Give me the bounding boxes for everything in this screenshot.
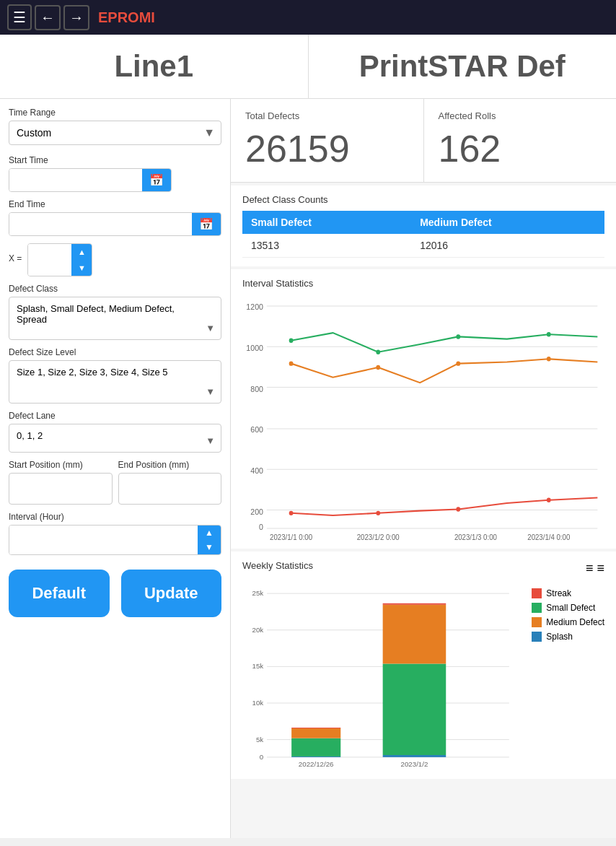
system-title: PrintSTAR Def <box>309 35 617 98</box>
svg-text:2023/1/2: 2023/1/2 <box>401 760 428 768</box>
defect-lane-field: Defect Lane 0, 1, 2 ▼ <box>9 411 221 453</box>
weekly-chart-svg: 25k 20k 15k 10k 5k 0 <box>242 583 523 770</box>
title-row: Line1 PrintSTAR Def <box>0 35 616 99</box>
interval-decrement-btn[interactable]: ▼ <box>198 540 221 554</box>
defect-lane-select[interactable]: 0, 1, 2 ▼ <box>9 424 221 453</box>
chevron-down-icon: ▼ <box>206 386 215 397</box>
svg-point-27 <box>376 511 380 515</box>
total-defects-value: 26159 <box>245 127 409 170</box>
interval-input[interactable]: 12 <box>9 526 198 554</box>
affected-rolls-value: 162 <box>439 127 602 170</box>
svg-point-24 <box>456 361 460 365</box>
legend-splash: Splash <box>532 632 604 642</box>
x-equals-row: X = 2 ▲ ▼ <box>9 243 221 276</box>
svg-rect-48 <box>383 605 446 664</box>
streak-label: Streak <box>546 588 571 598</box>
time-range-label: Time Range <box>9 108 221 118</box>
svg-rect-47 <box>383 663 446 755</box>
col-medium-defect: Medium Defect <box>411 211 604 234</box>
small-defect-label: Small Defect <box>546 603 595 613</box>
start-time-calendar-btn[interactable]: 📅 <box>142 169 171 191</box>
app-title: EPROMI <box>98 9 155 26</box>
x-spinner-buttons: ▲ ▼ <box>71 244 92 276</box>
start-pos-input[interactable] <box>9 473 113 505</box>
total-defects-label: Total Defects <box>245 110 409 121</box>
splash-color <box>532 632 542 642</box>
svg-point-22 <box>289 361 294 365</box>
svg-text:20k: 20k <box>252 626 264 634</box>
list-icon[interactable]: ≡ ≡ <box>586 561 604 576</box>
svg-point-26 <box>289 511 294 515</box>
defect-class-value: Splash, Small Defect, Medium Defect, Spr… <box>17 303 175 325</box>
line-title: Line1 <box>0 35 309 98</box>
svg-text:25k: 25k <box>252 589 264 597</box>
chevron-down-icon: ▼ <box>206 435 215 446</box>
stats-row: Total Defects 26159 Affected Rolls 162 <box>231 99 616 183</box>
col-small-defect: Small Defect <box>242 211 411 234</box>
defect-class-select[interactable]: Splash, Small Defect, Medium Defect, Spr… <box>9 297 221 340</box>
svg-point-19 <box>376 350 380 354</box>
svg-point-23 <box>376 365 380 370</box>
svg-text:600: 600 <box>250 425 263 435</box>
interval-increment-btn[interactable]: ▲ <box>198 526 221 540</box>
time-range-dropdown[interactable]: Custom <box>9 121 221 144</box>
weekly-stats-title: Weekly Statistics <box>242 560 313 571</box>
main-layout: Time Range Custom ▼ Start Time 2023-01-0… <box>0 99 616 838</box>
interval-stats-section: Interval Statistics 1200 1000 800 600 40… <box>231 269 616 549</box>
svg-text:800: 800 <box>250 384 263 393</box>
svg-point-28 <box>456 507 460 511</box>
weekly-bar-chart: 25k 20k 15k 10k 5k 0 <box>242 583 523 770</box>
end-time-calendar-btn[interactable]: 📅 <box>192 213 221 235</box>
default-button[interactable]: Default <box>9 570 110 617</box>
svg-text:10k: 10k <box>252 699 264 707</box>
svg-text:15k: 15k <box>252 662 264 670</box>
interval-stats-title: Interval Statistics <box>242 278 604 289</box>
interval-label: Interval (Hour) <box>9 512 221 522</box>
x-row: Start Time 2023-01-01 00:00 📅 <box>9 148 221 192</box>
svg-rect-44 <box>291 728 340 738</box>
svg-text:400: 400 <box>250 466 263 475</box>
end-pos-label: End Position (mm) <box>118 460 222 470</box>
svg-rect-45 <box>291 728 340 728</box>
weekly-stats-section: Weekly Statistics ≡ ≡ 25k 20k 15k 10k 5k… <box>231 551 616 779</box>
weekly-header: Weekly Statistics ≡ ≡ <box>242 560 604 577</box>
start-position-field: Start Position (mm) <box>9 460 113 505</box>
medium-defect-label: Medium Defect <box>546 617 604 627</box>
legend-medium-defect: Medium Defect <box>532 617 604 627</box>
svg-point-21 <box>547 332 551 336</box>
start-time-label: Start Time <box>9 155 172 165</box>
svg-text:5k: 5k <box>256 736 263 743</box>
defect-lane-label: Defect Lane <box>9 411 221 421</box>
end-time-input[interactable]: 2023-01-07 17:19 <box>9 213 192 235</box>
x-input[interactable]: 2 <box>28 244 71 276</box>
right-panel: Total Defects 26159 Affected Rolls 162 D… <box>231 99 616 838</box>
interval-spinner-buttons: ▲ ▼ <box>198 526 221 554</box>
end-pos-input[interactable] <box>118 473 222 505</box>
x-spinner-row: End Time 2023-01-07 17:19 📅 <box>9 199 221 236</box>
svg-rect-46 <box>383 755 446 757</box>
defect-class-title: Defect Class Counts <box>242 194 604 205</box>
svg-text:0: 0 <box>260 753 264 761</box>
start-pos-label: Start Position (mm) <box>9 460 113 470</box>
time-range-select[interactable]: Custom ▼ <box>9 121 221 145</box>
menu-icon[interactable]: ☰ <box>7 4 32 30</box>
svg-point-29 <box>547 498 551 502</box>
x-decrement-btn[interactable]: ▼ <box>71 260 92 276</box>
forward-icon[interactable]: → <box>63 5 89 30</box>
start-time-input-wrap: 2023-01-01 00:00 📅 <box>9 168 172 192</box>
svg-point-18 <box>289 339 294 343</box>
update-button[interactable]: Update <box>121 570 222 617</box>
x-increment-btn[interactable]: ▲ <box>71 244 92 260</box>
back-icon[interactable]: ← <box>35 5 61 30</box>
defect-size-select[interactable]: Size 1, Size 2, Size 3, Size 4, Size 5 ▼ <box>9 360 221 404</box>
x-label: X = <box>9 253 22 263</box>
legend-streak: Streak <box>532 588 604 598</box>
splash-label: Splash <box>546 632 573 642</box>
defect-class-section: Defect Class Counts Small Defect Medium … <box>231 186 616 266</box>
medium-defect-value: 12016 <box>411 234 604 258</box>
interval-chart-svg: 1200 1000 800 600 400 200 0 202 <box>242 295 604 540</box>
start-time-input[interactable]: 2023-01-01 00:00 <box>9 169 142 191</box>
x-spinner: 2 ▲ ▼ <box>27 243 92 276</box>
small-defect-color <box>532 603 542 613</box>
header: ☰ ← → EPROMI <box>0 0 616 35</box>
